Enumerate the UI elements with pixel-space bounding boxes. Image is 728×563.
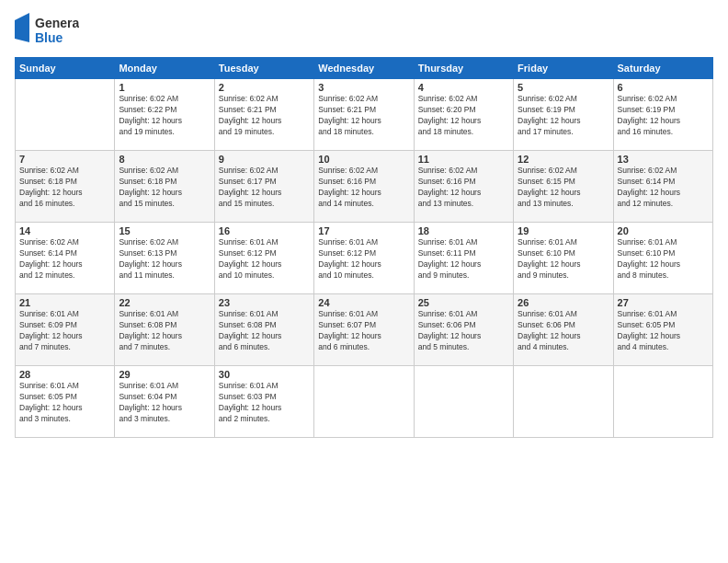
day-cell [613,366,712,438]
calendar-page: GeneralBlue Sunday Monday Tuesday Wednes… [0,0,728,563]
day-info: Sunrise: 6:01 AM Sunset: 6:12 PM Dayligh… [318,237,409,282]
col-sunday: Sunday [16,58,115,79]
day-info: Sunrise: 6:02 AM Sunset: 6:19 PM Dayligh… [618,94,709,138]
day-number: 4 [418,82,509,93]
day-cell: 1Sunrise: 6:02 AM Sunset: 6:22 PM Daylig… [115,79,214,151]
col-wednesday: Wednesday [314,58,414,79]
day-number: 2 [219,82,310,93]
day-info: Sunrise: 6:02 AM Sunset: 6:20 PM Dayligh… [418,94,509,138]
day-number: 5 [518,82,609,93]
day-cell [314,366,414,438]
day-number: 26 [518,297,609,308]
day-number: 3 [318,82,409,93]
day-cell: 6Sunrise: 6:02 AM Sunset: 6:19 PM Daylig… [613,79,712,151]
day-cell: 3Sunrise: 6:02 AM Sunset: 6:21 PM Daylig… [314,79,414,151]
day-cell: 26Sunrise: 6:01 AM Sunset: 6:06 PM Dayli… [514,294,613,366]
col-thursday: Thursday [414,58,513,79]
day-number: 14 [19,225,110,236]
day-info: Sunrise: 6:02 AM Sunset: 6:14 PM Dayligh… [19,237,110,282]
day-number: 17 [318,225,409,236]
day-info: Sunrise: 6:01 AM Sunset: 6:06 PM Dayligh… [418,309,509,353]
day-cell: 2Sunrise: 6:02 AM Sunset: 6:21 PM Daylig… [214,79,313,151]
day-number: 1 [119,82,210,93]
day-info: Sunrise: 6:01 AM Sunset: 6:08 PM Dayligh… [119,309,210,353]
day-cell: 12Sunrise: 6:02 AM Sunset: 6:15 PM Dayli… [514,151,613,223]
day-cell: 29Sunrise: 6:01 AM Sunset: 6:04 PM Dayli… [115,366,214,438]
day-number: 24 [318,297,409,308]
day-number: 16 [219,225,310,236]
day-info: Sunrise: 6:01 AM Sunset: 6:10 PM Dayligh… [518,237,609,282]
col-saturday: Saturday [613,58,712,79]
day-info: Sunrise: 6:02 AM Sunset: 6:13 PM Dayligh… [119,237,210,282]
day-info: Sunrise: 6:01 AM Sunset: 6:05 PM Dayligh… [618,309,709,353]
day-cell [414,366,513,438]
day-cell: 7Sunrise: 6:02 AM Sunset: 6:18 PM Daylig… [16,151,115,223]
day-number: 20 [618,225,709,236]
day-cell: 20Sunrise: 6:01 AM Sunset: 6:10 PM Dayli… [613,223,712,294]
day-number: 15 [119,225,210,236]
day-number: 18 [418,225,509,236]
day-cell: 28Sunrise: 6:01 AM Sunset: 6:05 PM Dayli… [16,366,115,438]
day-number: 12 [518,154,609,165]
day-info: Sunrise: 6:02 AM Sunset: 6:16 PM Dayligh… [318,166,409,210]
day-info: Sunrise: 6:02 AM Sunset: 6:21 PM Dayligh… [318,94,409,138]
day-cell: 8Sunrise: 6:02 AM Sunset: 6:18 PM Daylig… [115,151,214,223]
svg-text:General: General [35,16,79,30]
col-tuesday: Tuesday [214,58,313,79]
day-cell: 24Sunrise: 6:01 AM Sunset: 6:07 PM Dayli… [314,294,414,366]
week-row-2: 14Sunrise: 6:02 AM Sunset: 6:14 PM Dayli… [16,223,713,294]
day-info: Sunrise: 6:02 AM Sunset: 6:16 PM Dayligh… [418,166,509,210]
day-cell: 10Sunrise: 6:02 AM Sunset: 6:16 PM Dayli… [314,151,414,223]
day-info: Sunrise: 6:02 AM Sunset: 6:21 PM Dayligh… [219,94,310,138]
day-info: Sunrise: 6:02 AM Sunset: 6:15 PM Dayligh… [518,166,609,210]
day-cell: 13Sunrise: 6:02 AM Sunset: 6:14 PM Dayli… [613,151,712,223]
col-friday: Friday [514,58,613,79]
day-info: Sunrise: 6:02 AM Sunset: 6:22 PM Dayligh… [119,94,210,138]
week-row-0: 1Sunrise: 6:02 AM Sunset: 6:22 PM Daylig… [16,79,713,151]
day-number: 29 [119,369,210,380]
header-row: Sunday Monday Tuesday Wednesday Thursday… [16,58,713,79]
col-monday: Monday [115,58,214,79]
day-info: Sunrise: 6:01 AM Sunset: 6:09 PM Dayligh… [19,309,110,353]
day-cell: 19Sunrise: 6:01 AM Sunset: 6:10 PM Dayli… [514,223,613,294]
day-cell: 14Sunrise: 6:02 AM Sunset: 6:14 PM Dayli… [16,223,115,294]
day-info: Sunrise: 6:01 AM Sunset: 6:05 PM Dayligh… [19,381,110,425]
day-info: Sunrise: 6:02 AM Sunset: 6:19 PM Dayligh… [518,94,609,138]
day-cell [16,79,115,151]
week-row-1: 7Sunrise: 6:02 AM Sunset: 6:18 PM Daylig… [16,151,713,223]
day-info: Sunrise: 6:01 AM Sunset: 6:04 PM Dayligh… [119,381,210,425]
day-info: Sunrise: 6:02 AM Sunset: 6:17 PM Dayligh… [219,166,310,210]
logo-svg: GeneralBlue [15,13,79,48]
day-number: 21 [19,297,110,308]
day-number: 6 [618,82,709,93]
day-number: 9 [219,154,310,165]
day-number: 8 [119,154,210,165]
svg-marker-0 [15,13,29,42]
day-info: Sunrise: 6:02 AM Sunset: 6:14 PM Dayligh… [618,166,709,210]
day-number: 30 [219,369,310,380]
day-info: Sunrise: 6:01 AM Sunset: 6:07 PM Dayligh… [318,309,409,353]
day-number: 19 [518,225,609,236]
day-number: 23 [219,297,310,308]
day-cell: 17Sunrise: 6:01 AM Sunset: 6:12 PM Dayli… [314,223,414,294]
day-number: 13 [618,154,709,165]
day-cell: 15Sunrise: 6:02 AM Sunset: 6:13 PM Dayli… [115,223,214,294]
day-info: Sunrise: 6:01 AM Sunset: 6:12 PM Dayligh… [219,237,310,282]
day-cell: 18Sunrise: 6:01 AM Sunset: 6:11 PM Dayli… [414,223,513,294]
header: GeneralBlue [15,13,713,48]
day-cell [514,366,613,438]
calendar-body: 1Sunrise: 6:02 AM Sunset: 6:22 PM Daylig… [16,79,713,438]
day-cell: 25Sunrise: 6:01 AM Sunset: 6:06 PM Dayli… [414,294,513,366]
day-number: 7 [19,154,110,165]
day-cell: 27Sunrise: 6:01 AM Sunset: 6:05 PM Dayli… [613,294,712,366]
day-cell: 11Sunrise: 6:02 AM Sunset: 6:16 PM Dayli… [414,151,513,223]
logo: GeneralBlue [15,13,79,48]
day-cell: 5Sunrise: 6:02 AM Sunset: 6:19 PM Daylig… [514,79,613,151]
day-number: 11 [418,154,509,165]
day-cell: 23Sunrise: 6:01 AM Sunset: 6:08 PM Dayli… [214,294,313,366]
day-info: Sunrise: 6:01 AM Sunset: 6:06 PM Dayligh… [518,309,609,353]
day-cell: 16Sunrise: 6:01 AM Sunset: 6:12 PM Dayli… [214,223,313,294]
day-info: Sunrise: 6:02 AM Sunset: 6:18 PM Dayligh… [19,166,110,210]
day-number: 10 [318,154,409,165]
day-info: Sunrise: 6:01 AM Sunset: 6:10 PM Dayligh… [618,237,709,282]
